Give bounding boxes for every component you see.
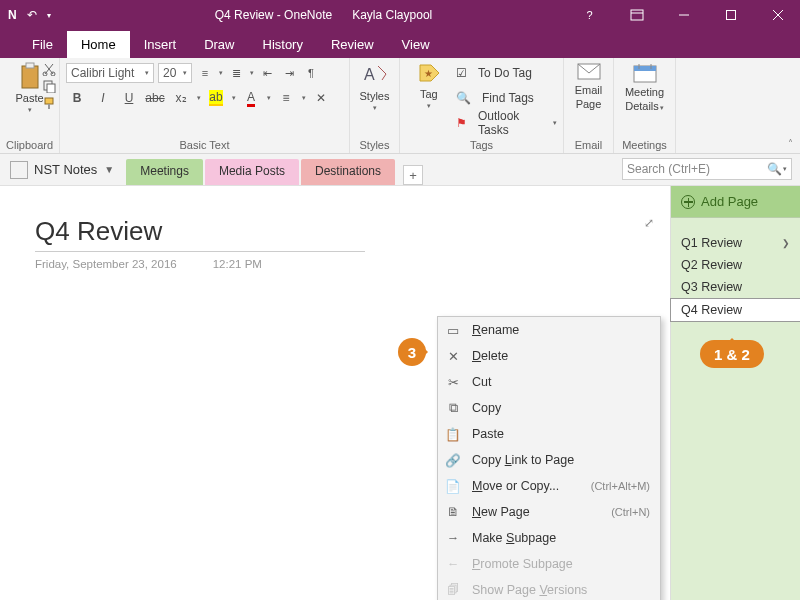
email-group-label: Email bbox=[570, 139, 607, 153]
ctx-delete[interactable]: ✕Delete bbox=[438, 343, 660, 369]
collapse-ribbon-icon[interactable]: ˄ bbox=[780, 58, 800, 153]
copy-icon[interactable] bbox=[42, 79, 56, 93]
ctx-copy-link[interactable]: 🔗Copy Link to Page bbox=[438, 447, 660, 473]
close-button[interactable] bbox=[755, 0, 800, 30]
copy-icon: ⧉ bbox=[444, 401, 462, 416]
svg-rect-6 bbox=[22, 66, 38, 88]
svg-rect-3 bbox=[726, 11, 735, 20]
font-family-select[interactable]: Calibri Light▾ bbox=[66, 63, 154, 83]
align-button[interactable]: ≡ bbox=[275, 89, 297, 107]
page-item-q2[interactable]: Q2 Review bbox=[671, 254, 800, 276]
svg-text:A: A bbox=[364, 66, 375, 83]
minimize-button[interactable] bbox=[661, 0, 706, 30]
page-date[interactable]: Friday, September 23, 2016 bbox=[35, 258, 177, 270]
svg-rect-13 bbox=[48, 104, 50, 109]
styles-button[interactable]: A Styles▾ bbox=[356, 62, 393, 112]
email-page-button[interactable]: EmailPage bbox=[570, 62, 607, 110]
file-tab[interactable]: File bbox=[18, 31, 67, 58]
envelope-icon bbox=[576, 62, 602, 82]
italic-button[interactable]: I bbox=[92, 89, 114, 107]
rename-icon: ▭ bbox=[444, 323, 462, 338]
add-page-label: Add Page bbox=[701, 194, 758, 209]
annotation-badge-3: 3 bbox=[398, 338, 426, 366]
todo-tag-button[interactable]: ☑ To Do Tag bbox=[456, 62, 557, 84]
cut-icon: ✂ bbox=[444, 375, 462, 390]
svg-text:★: ★ bbox=[424, 68, 433, 79]
arrow-right-icon: → bbox=[444, 531, 462, 545]
section-tab-meetings[interactable]: Meetings bbox=[126, 159, 203, 185]
chevron-down-icon[interactable]: ❯ bbox=[782, 238, 790, 248]
window-title: Q4 Review - OneNote bbox=[215, 8, 332, 22]
meeting-details-button[interactable]: Meeting Details▾ bbox=[620, 62, 669, 112]
ctx-copy[interactable]: ⧉Copy bbox=[438, 395, 660, 421]
ctx-cut[interactable]: ✂Cut bbox=[438, 369, 660, 395]
outlook-tasks-button[interactable]: ⚑ Outlook Tasks▾ bbox=[456, 112, 557, 134]
page-item-q4[interactable]: Q4 Review bbox=[670, 298, 800, 322]
page-title[interactable]: Q4 Review bbox=[35, 216, 670, 247]
paste-icon: 📋 bbox=[444, 427, 462, 442]
numbering-icon[interactable]: ≣ bbox=[227, 64, 245, 82]
search-input[interactable]: Search (Ctrl+E) 🔍▾ bbox=[622, 158, 792, 180]
paragraph-icon[interactable]: ¶ bbox=[302, 64, 320, 82]
arrow-left-icon: ← bbox=[444, 557, 462, 571]
basictext-group-label: Basic Text bbox=[66, 139, 343, 153]
tab-home[interactable]: Home bbox=[67, 31, 130, 58]
tab-insert[interactable]: Insert bbox=[130, 31, 191, 58]
ctx-new-page[interactable]: 🗎New Page(Ctrl+N) bbox=[438, 499, 660, 525]
notebook-icon bbox=[10, 161, 28, 179]
styles-icon: A bbox=[362, 62, 388, 88]
tab-view[interactable]: View bbox=[388, 31, 444, 58]
clear-format-icon[interactable]: ✕ bbox=[310, 89, 332, 107]
font-size-select[interactable]: 20▾ bbox=[158, 63, 192, 83]
tab-history[interactable]: History bbox=[249, 31, 317, 58]
tab-review[interactable]: Review bbox=[317, 31, 388, 58]
calendar-icon bbox=[632, 62, 658, 84]
ribbon: Paste ▾ Clipboard Calibri Light▾ 20▾ ≡▾ … bbox=[0, 58, 800, 154]
section-tab-media-posts[interactable]: Media Posts bbox=[205, 159, 299, 185]
search-tag-icon: 🔍 bbox=[456, 91, 471, 105]
highlight-button[interactable]: ab bbox=[205, 89, 227, 107]
move-icon: 📄 bbox=[444, 479, 462, 494]
page-time[interactable]: 12:21 PM bbox=[213, 258, 262, 270]
tags-group-label: Tags bbox=[406, 139, 557, 153]
find-tags-button[interactable]: 🔍 Find Tags bbox=[456, 87, 557, 109]
svg-rect-11 bbox=[47, 84, 55, 93]
font-color-button[interactable]: A bbox=[240, 89, 262, 107]
ribbon-display-button[interactable] bbox=[614, 0, 659, 30]
context-menu: ▭Rename ✕Delete ✂Cut ⧉Copy 📋Paste 🔗Copy … bbox=[437, 316, 661, 600]
meetings-group-label: Meetings bbox=[620, 139, 669, 153]
page-item-q1[interactable]: Q1 Review❯ bbox=[671, 232, 800, 254]
tag-button[interactable]: ★ Tag▾ bbox=[406, 62, 452, 110]
add-section-button[interactable]: + bbox=[403, 165, 423, 185]
search-placeholder: Search (Ctrl+E) bbox=[627, 162, 710, 176]
tab-draw[interactable]: Draw bbox=[190, 31, 248, 58]
maximize-button[interactable] bbox=[708, 0, 753, 30]
svg-rect-12 bbox=[45, 98, 53, 104]
checkbox-icon: ☑ bbox=[456, 66, 467, 80]
indent-icon[interactable]: ⇥ bbox=[280, 64, 298, 82]
subscript-button[interactable]: x₂ bbox=[170, 89, 192, 107]
versions-icon: 🗐 bbox=[444, 583, 462, 597]
expand-page-icon[interactable]: ⤢ bbox=[644, 216, 654, 230]
bold-button[interactable]: B bbox=[66, 89, 88, 107]
notebook-selector[interactable]: NST Notes ▼ bbox=[0, 161, 124, 179]
page-item-q3[interactable]: Q3 Review bbox=[671, 276, 800, 298]
format-painter-icon[interactable] bbox=[42, 96, 56, 110]
ctx-paste[interactable]: 📋Paste bbox=[438, 421, 660, 447]
help-button[interactable]: ? bbox=[567, 0, 612, 30]
notebook-name: NST Notes bbox=[34, 162, 97, 177]
qat-caret[interactable]: ▾ bbox=[47, 11, 51, 20]
outdent-icon[interactable]: ⇤ bbox=[258, 64, 276, 82]
bullets-icon[interactable]: ≡ bbox=[196, 64, 214, 82]
undo-icon[interactable]: ↶ bbox=[27, 8, 37, 22]
add-page-button[interactable]: Add Page bbox=[671, 186, 800, 218]
underline-button[interactable]: U bbox=[118, 89, 140, 107]
flag-icon: ⚑ bbox=[456, 116, 467, 130]
ctx-make-subpage[interactable]: →Make Subpage bbox=[438, 525, 660, 551]
section-tab-destinations[interactable]: Destinations bbox=[301, 159, 395, 185]
ctx-rename[interactable]: ▭Rename bbox=[438, 317, 660, 343]
cut-icon[interactable] bbox=[42, 62, 56, 76]
ctx-move-copy[interactable]: 📄Move or Copy...(Ctrl+Alt+M) bbox=[438, 473, 660, 499]
strike-button[interactable]: abc bbox=[144, 89, 166, 107]
link-icon: 🔗 bbox=[444, 453, 462, 468]
